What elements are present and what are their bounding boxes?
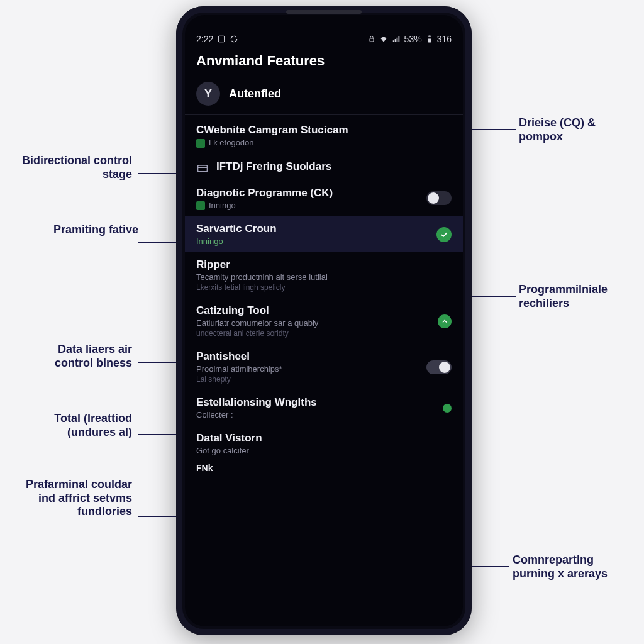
status-time: 2:22 (196, 34, 213, 44)
callout-right-3: Comnreparting purning x arerays (513, 553, 626, 580)
list-item[interactable]: Ripper Tecamity productninh alt serse iu… (185, 252, 463, 298)
item-title: FNk (196, 463, 452, 473)
status-lock-icon (368, 35, 375, 43)
list-item[interactable]: Datal Vistorn Got go calciter (185, 426, 463, 462)
item-title: Sarvartic Croun (196, 223, 429, 235)
callout-left-4: Total (Ireattiod (undures al) (19, 412, 132, 439)
item-sub: Inningo (196, 236, 429, 246)
avatar: Y (196, 82, 220, 106)
profile-row[interactable]: Y Autenfied (185, 78, 463, 115)
item-title: Datal Vistorn (196, 432, 452, 445)
item-title: Ripper (196, 258, 452, 271)
profile-name: Autenfied (229, 87, 281, 101)
item-sub: Prooimal atimlherchips* (196, 364, 419, 374)
item-sub: Eatlurlatr comumelor sar a quably (196, 318, 430, 328)
item-sub: Inningo (196, 201, 419, 211)
list-item[interactable]: IFTDj Frering Suoldars (185, 154, 463, 180)
callout-left-3: Data liaers air control biness (19, 343, 132, 370)
toggle[interactable] (426, 360, 452, 374)
item-sub: Got go calciter (196, 446, 452, 455)
list-item-selected[interactable]: Sarvartic Croun Inningo (185, 216, 463, 252)
item-sub2: Lal shepty (196, 375, 419, 384)
status-app-icon (217, 35, 226, 43)
phone-speaker (286, 10, 362, 14)
status-signal-icon (392, 35, 401, 43)
item-sub: Tecamity productninh alt serse iutlial (196, 272, 452, 282)
item-title: Pantisheel (196, 350, 419, 363)
item-sub2: Lkerxits tetial lingh spelicly (196, 283, 452, 292)
status-chip-icon (196, 139, 205, 148)
status-dot-icon (443, 404, 452, 413)
callout-left-5: Prafarminal couldar ind affrict setvms f… (19, 478, 132, 519)
list-item[interactable]: Estellalionsing Wnglths Collecter : (185, 390, 463, 426)
list-item[interactable]: Diagnotic Programme (CK) Inningo (185, 180, 463, 217)
list-item[interactable]: FNk (185, 462, 463, 479)
page-title: Anvmiand Features (185, 47, 463, 78)
item-sub: Collecter : (196, 410, 435, 419)
list-item[interactable]: Pantisheel Prooimal atimlherchips* Lal s… (185, 344, 463, 390)
item-sub: Lk etogodon (196, 138, 452, 148)
status-sync-icon (230, 35, 238, 43)
status-bar: 2:22 53% (185, 15, 463, 47)
callout-left-1: Bidirectional control stage (19, 154, 132, 181)
status-battery-icon (426, 35, 433, 43)
check-icon (436, 227, 452, 242)
toggle[interactable] (426, 191, 452, 205)
status-wifi-icon (379, 35, 388, 43)
status-battery-pct: 53% (404, 34, 422, 44)
item-title: IFTDj Frering Suoldars (216, 160, 452, 173)
phone-frame: 2:22 53% (176, 6, 472, 635)
svg-rect-4 (428, 39, 430, 42)
item-sub2: undecteral anl cterie soridty (196, 329, 430, 338)
card-icon (196, 162, 209, 174)
list-item[interactable]: Catizuing Tool Eatlurlatr comumelor sar … (185, 298, 463, 344)
chevron-up-icon (438, 314, 452, 328)
screen: 2:22 53% (185, 15, 463, 626)
callout-left-2: Pramiting fative (35, 223, 138, 237)
status-chip-icon (196, 201, 205, 210)
status-battery-num: 316 (437, 34, 452, 44)
callout-right-1: Drieise (CQ) & pompox (519, 116, 632, 143)
settings-list: CWebnite Camgram Stucicam Lk etogodon IF… (185, 115, 463, 479)
item-title: Estellalionsing Wnglths (196, 396, 435, 409)
svg-rect-0 (219, 36, 225, 42)
item-title: CWebnite Camgram Stucicam (196, 124, 452, 136)
svg-rect-5 (198, 165, 208, 171)
item-title: Catizuing Tool (196, 304, 430, 317)
callout-right-2: Programmilniale rechiliers (519, 283, 632, 310)
list-item[interactable]: CWebnite Camgram Stucicam Lk etogodon (185, 118, 463, 154)
svg-rect-3 (429, 36, 430, 36)
svg-rect-1 (370, 38, 374, 42)
item-title: Diagnotic Programme (CK) (196, 187, 419, 199)
